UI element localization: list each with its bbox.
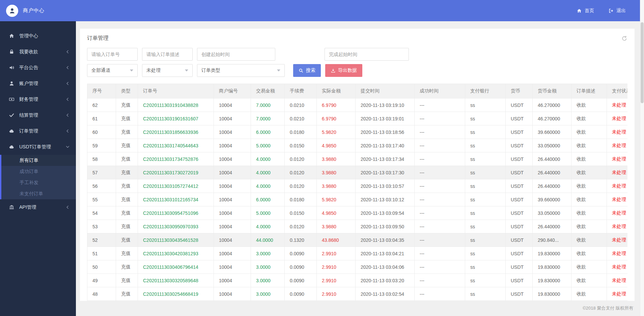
sidebar-item-3[interactable]: 账户管理 [0,76,76,91]
cell-actual: 3.9880 [317,179,356,193]
sidebar-submenu: 所有订单成功订单手工补发未支付订单 [0,155,76,199]
sidebar-subitem-1[interactable]: 成功订单 [1,166,76,177]
cell-fee: 0.0120 [285,152,317,166]
cell-merchant-no: 10004 [214,220,251,233]
table-row: 51充值C20201113030420381293100043.00000.00… [87,247,628,260]
cell-currency: USDT [506,220,533,233]
merchant-avatar-icon [6,5,18,17]
cell-status: 未处理 [607,220,628,233]
sidebar-item-6[interactable]: 订单管理 [0,123,76,139]
order-type-select[interactable]: 订单类型 [197,64,285,77]
scrollbar-thumb[interactable] [641,22,644,103]
cell-order-no: C20201113031734752876 [138,152,214,166]
cell-desc: 收款 [571,274,607,287]
cell-merchant-no: 10004 [214,98,251,112]
order-desc-input[interactable] [142,48,193,61]
cell-fee: 0.0180 [285,193,317,206]
cell-currency: USDT [506,233,533,247]
cell-desc: 收款 [571,220,607,233]
vertical-scrollbar[interactable] [640,0,644,316]
sidebar-item-0[interactable]: 管理中心 [0,28,76,44]
chevron-left-icon [65,81,70,86]
cell-desc: 收款 [571,287,607,301]
cell-status: 未处理 [607,260,628,274]
table-row: 62充值C20201113031910438828100047.00000.02… [87,98,628,112]
table-row: 60充值C20201113031856633936100046.00000.01… [87,125,628,139]
sidebar-item-2[interactable]: 平台公告 [0,60,76,76]
sidebar-subitem-2[interactable]: 手工补发 [1,177,76,188]
cell-order-no: C20201113030406796414 [138,260,214,274]
speaker-icon [9,65,15,70]
sidebar-item-5[interactable]: 结算管理 [0,107,76,123]
logout-link[interactable]: 退出 [608,8,626,14]
cell-success-time: --- [415,179,465,193]
cell-success-time: --- [415,206,465,220]
sidebar-item-8[interactable]: API管理 [0,199,76,215]
cell-fee: 0.0180 [285,125,317,139]
cell-seq: 52 [87,233,116,247]
cell-bank: ss [465,166,506,179]
cell-submit-time: 2020-11-13 03:02:54 [356,287,415,301]
refresh-icon[interactable] [621,35,627,41]
channel-select[interactable]: 全部通道 [87,64,138,77]
sidebar-item-4[interactable]: 财务管理 [0,91,76,107]
cell-amount: 5.0000 [251,139,285,152]
export-data-button[interactable]: 导出数据 [325,64,362,77]
cell-submit-time: 2020-11-13 03:03:20 [356,274,415,287]
sidebar-item-label: API管理 [19,204,65,210]
cell-order-no: C20201113030320589648 [138,274,214,287]
check-icon [9,112,15,118]
sidebar-subitem-0[interactable]: 所有订单 [1,155,76,166]
search-button[interactable]: 搜索 [293,64,321,77]
cell-order-no: C20201113031901631607 [138,112,214,125]
chevron-left-icon [65,129,70,133]
col-header-merchant-no: 商户编号 [214,84,251,98]
col-header-order-no: 订单号 [138,84,214,98]
cell-success-time: --- [415,112,465,125]
sidebar-item-label: 我要收款 [19,49,65,55]
cell-desc: 收款 [571,206,607,220]
cell-status: 未处理 [607,233,628,247]
cell-bank: ss [465,260,506,274]
filter-bar: 全部通道 未处理 订单类型 搜索 导出数据 [87,48,627,77]
cell-currency-amount: 26.440000 [533,179,571,193]
home-icon [9,33,15,39]
cell-currency-amount: 39.660000 [533,193,571,206]
sidebar-subitem-3[interactable]: 未支付订单 [1,188,76,199]
cell-status: 未处理 [607,139,628,152]
cell-seq: 55 [87,193,116,206]
cell-status: 未处理 [607,112,628,125]
cell-fee: 0.0210 [285,112,317,125]
cell-submit-time: 2020-11-13 03:04:06 [356,260,415,274]
sidebar-item-1[interactable]: 我要收款 [0,44,76,60]
cell-seq: 51 [87,247,116,260]
cell-currency-amount: 46.270000 [533,98,571,112]
collect-icon [9,49,15,55]
cell-submit-time: 2020-11-13 03:18:56 [356,125,415,139]
cell-actual: 4.9850 [317,206,356,220]
home-link[interactable]: 首页 [577,8,594,14]
cell-seq: 56 [87,179,116,193]
finish-time-input[interactable] [325,48,409,61]
cell-currency-amount: 26.440000 [533,166,571,179]
col-header-submit-time: 提交时间 [356,84,415,98]
cell-fee: 0.0090 [285,247,317,260]
create-time-input[interactable] [197,48,275,61]
cell-currency: USDT [506,179,533,193]
table-row: 55充值C20201113031012165734100046.00000.01… [87,193,628,206]
chevron-down-icon [130,69,133,71]
cell-desc: 收款 [571,193,607,206]
cell-merchant-no: 10004 [214,247,251,260]
cell-type: 充值 [116,139,138,152]
cell-actual: 2.9910 [317,287,356,301]
status-select[interactable]: 未处理 [142,64,193,77]
logout-icon [608,8,614,13]
cell-currency-amount: 19.830000 [533,287,571,301]
cell-submit-time: 2020-11-13 03:09:54 [356,206,415,220]
cell-actual: 2.9910 [317,274,356,287]
sidebar-item-7[interactable]: USDT订单管理 [0,139,76,155]
order-no-input[interactable] [87,48,138,61]
cell-desc: 收款 [571,152,607,166]
cell-order-no: C20201113030435461528 [138,233,214,247]
table-row: 53充值C20201113030950970393100044.00000.01… [87,220,628,233]
